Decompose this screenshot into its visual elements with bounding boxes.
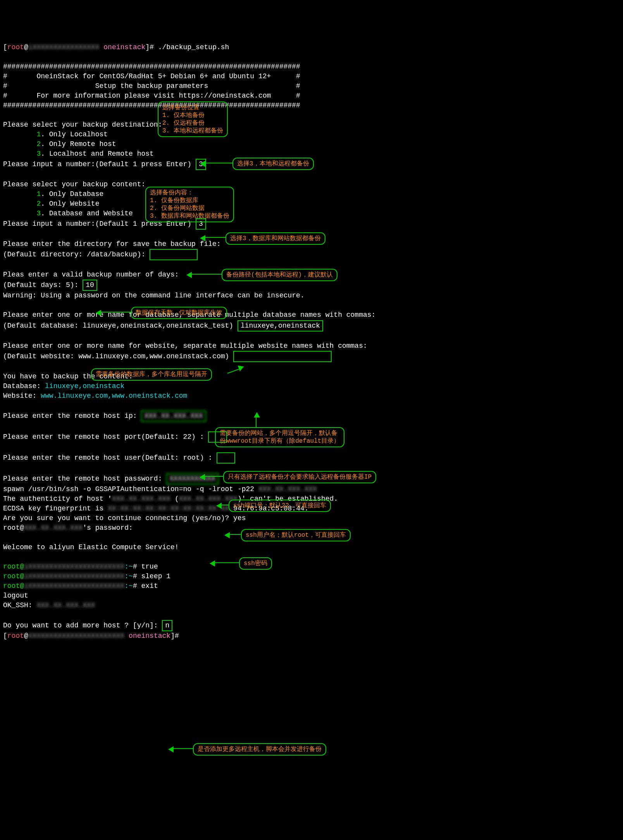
dir-input[interactable] — [150, 249, 198, 260]
content-opt2: . Only Website — [41, 200, 99, 208]
ws-input[interactable] — [233, 351, 332, 362]
ssh-pw1: root@ — [3, 524, 24, 532]
arrow-icon — [202, 476, 223, 477]
prompt-user: root — [7, 43, 24, 51]
rhost-pw-input[interactable]: XXXXXXXXXXX — [166, 473, 219, 484]
remote-cmd-true[interactable]: true — [141, 563, 158, 570]
ssh-auth-h: XXX.XX.XXX.XXX — [112, 495, 170, 503]
r2h: iXXXXXXXXXXXXXXXXXXXXXXX — [24, 572, 124, 580]
arrow-icon — [202, 163, 232, 163]
db-input[interactable]: linuxeye,oneinstack — [237, 320, 323, 332]
r3h: iXXXXXXXXXXXXXXXXXXXXXXX — [24, 582, 124, 590]
rhost-pwk: Please enter the remote host password: — [3, 475, 166, 483]
r1p: :~ — [124, 563, 133, 570]
days-l1: Pleas enter a valid backup number of day… — [3, 271, 179, 278]
arrow-icon — [219, 505, 229, 505]
sp — [99, 43, 103, 51]
summary-wsk: Website: — [3, 392, 41, 400]
arrow-icon — [227, 534, 241, 535]
prompt-cwd: oneinstack — [103, 43, 145, 51]
annot-dir: 备份路径(包括本地和远程)，建议默认 — [222, 269, 337, 281]
ssh-fp: ECDSA key fingerprint is — [3, 505, 108, 512]
n: 2 — [3, 200, 41, 208]
pe: ]# — [145, 43, 158, 51]
ssh-pw2: 's password: — [83, 524, 133, 532]
annot-days: 数据保存天数，仅对数据库生效 — [131, 307, 227, 319]
content-opt3: . Database and Website — [41, 210, 133, 217]
r1s: # — [133, 563, 141, 570]
summary-dbk: Database: — [3, 382, 45, 390]
dest-opt3: . Localhost and Remote host — [41, 150, 154, 158]
ws-l1: Please enter one or more name for websit… — [3, 342, 367, 350]
annot-dest-in: 选择3，本地和远程都备份 — [232, 158, 314, 170]
r3p: :~ — [124, 582, 133, 590]
ssh-continue[interactable]: Are you sure you want to continue connec… — [3, 514, 246, 522]
r3a: root@ — [3, 582, 24, 590]
arrow-icon — [202, 237, 225, 238]
banner-l2: # Setup the backup parameters # — [3, 82, 300, 90]
remote-cmd-sleep[interactable]: sleep 1 — [141, 572, 170, 580]
ws-l2: (Default website: www.linuxeye.com,www.o… — [3, 352, 233, 360]
at2: @ — [24, 632, 28, 640]
b2: [ — [3, 632, 7, 640]
banner-hr: ########################################… — [3, 63, 300, 70]
dir-l1: Please enter the directory for save the … — [3, 240, 221, 248]
rhost-ip-input[interactable]: XXX.XX.XXX.XXX — [141, 411, 206, 422]
content-title: Please select your backup content: — [3, 180, 145, 188]
okssh-v: XXX.XX.XXX.XXX — [36, 601, 95, 609]
ssh-welcome: Welcome to aliyun Elastic Compute Servic… — [3, 543, 179, 551]
dir-l2: (Default directory: /data/backup): — [3, 251, 150, 258]
ssh-pw-ip: XXX.XX.XXX.XXX — [24, 524, 83, 532]
days-l2: (Default days: 5): — [3, 281, 83, 289]
ssh-auth-ip: XXX.XX.XXX.XXX — [179, 495, 237, 503]
r2s: # — [133, 572, 141, 580]
content-opt1: . Only Database — [41, 190, 103, 198]
r2a: root@ — [3, 572, 24, 580]
annot-ws: 需要备份的网站，多个用逗号隔开，默认备 份wwwroot目录下所有（除defau… — [215, 427, 344, 447]
r1a: root@ — [3, 563, 24, 570]
arrow-icon — [189, 274, 222, 275]
rhost-user-input[interactable] — [217, 452, 235, 464]
days-input[interactable]: 10 — [83, 280, 97, 291]
annot-content-in: 选择3，数据库和网站数据都备份 — [225, 232, 325, 245]
a2: ( — [170, 495, 179, 503]
banner-hr: ########################################… — [3, 101, 300, 109]
annot-user: ssh用户名；默认root，可直接回车 — [241, 529, 351, 541]
u2: root — [7, 632, 24, 640]
logout: logout — [3, 592, 28, 600]
at: @ — [24, 43, 28, 51]
okssh-k: OK_SSH: — [3, 601, 36, 609]
n: 2 — [3, 140, 41, 148]
arrow-icon — [170, 748, 193, 749]
dest-prompt: Please input a number:(Default 1 press E… — [3, 160, 196, 168]
banner-l3: # For more information please visit http… — [3, 92, 300, 100]
annot-port: ssh端口号；默认22，可直接回车 — [229, 500, 331, 512]
annot-dest: 选择备份位置 1. 仅本地备份 2. 仅远程备份 3. 本地和远程都备份 — [158, 101, 228, 137]
ssh-spawn: spawn /usr/bin/ssh -o GSSAPIAuthenticati… — [3, 485, 258, 493]
d2: oneinstack — [129, 632, 170, 640]
annot-ip: 只有选择了远程备份才会要求输入远程备份服务器IP — [223, 471, 376, 483]
remote-cmd-exit[interactable]: exit — [141, 582, 158, 590]
prompt-host: iXXXXXXXXXXXXXXXX — [28, 43, 100, 51]
e2: ]# — [170, 632, 183, 640]
n: 3 — [3, 150, 41, 158]
ssh-auth: The authenticity of host ' — [3, 495, 112, 503]
annot-content: 选择备份内容： 1. 仅备份数据库 2. 仅备份网站数据 3. 数据库和网站数据… — [145, 187, 234, 222]
ssh-spawn-ip: XXX.XX.XXX.XXX — [258, 485, 317, 493]
annot-more: 是否添加更多远程主机，脚本会并发进行备份 — [193, 743, 326, 756]
r2p: :~ — [124, 572, 133, 580]
r1h: iXXXXXXXXXXXXXXXXXXXXXXX — [24, 563, 124, 570]
banner-l1: # OneinStack for CentOS/RadHat 5+ Debian… — [3, 72, 300, 80]
annot-db: 需要备份的数据库，多个库名用逗号隔开 — [91, 368, 212, 381]
more-q: Do you want to add more host ? [y/n]: — [3, 622, 162, 629]
n: 1 — [3, 190, 41, 198]
arrow-icon — [227, 368, 242, 374]
arrow-icon — [98, 312, 131, 313]
typed-command[interactable]: ./backup_setup.sh — [158, 43, 229, 51]
rhost-portk: Please enter the remote host port(Defaul… — [3, 433, 208, 441]
arrow-icon — [212, 562, 239, 563]
db-l2: (Default database: linuxeye,oneinstack,o… — [3, 322, 237, 330]
dest-opt1: . Only Localhost — [41, 131, 108, 138]
rhost-ipk: Please enter the remote host ip: — [3, 412, 141, 420]
more-input[interactable]: n — [162, 620, 172, 631]
